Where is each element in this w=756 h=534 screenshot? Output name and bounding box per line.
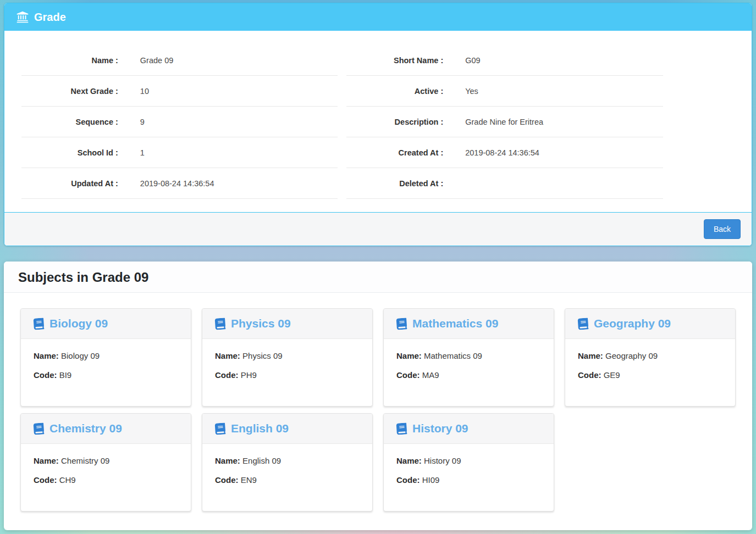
subject-title-link[interactable]: English 09 [231, 422, 289, 435]
subject-code-value: CH9 [59, 475, 76, 485]
field-value: 2019-08-24 14:36:54 [451, 148, 539, 157]
field-label: Description : [346, 118, 451, 126]
subjects-panel: Subjects in Grade 09 Biology 09 Name: Bi… [4, 262, 752, 530]
name-label: Name: [396, 456, 422, 465]
subject-card-header: Physics 09 [202, 309, 372, 339]
subject-card-header: Mathematics 09 [384, 309, 554, 339]
subject-name-line: Name: Mathematics 09 [396, 351, 541, 360]
field-value: G09 [451, 56, 480, 65]
subject-card-biology: Biology 09 Name: Biology 09 Code: BI9 [20, 308, 191, 407]
subject-name-line: Name: Biology 09 [34, 351, 178, 360]
field-label: Deleted At : [346, 179, 451, 188]
subject-title-link[interactable]: Chemistry 09 [49, 422, 122, 435]
subject-card-body: Name: History 09 Code: HI09 [384, 444, 554, 507]
grade-panel-title: Grade [34, 11, 66, 24]
book-icon [577, 318, 589, 330]
subject-card-body: Name: Physics 09 Code: PH9 [202, 339, 372, 402]
subject-name-value: English 09 [242, 456, 281, 465]
book-icon [214, 422, 226, 435]
grade-panel-body: Name : Grade 09 Next Grade : 10 Sequence… [4, 31, 752, 212]
subject-title-link[interactable]: Biology 09 [49, 317, 108, 330]
subject-code-value: BI9 [59, 370, 72, 380]
field-value: 9 [126, 118, 145, 126]
field-label: Name : [21, 56, 126, 65]
subject-name-line: Name: Physics 09 [215, 351, 360, 360]
subjects-panel-title: Subjects in Grade 09 [4, 262, 752, 293]
subject-name-value: Geography 09 [605, 351, 658, 360]
back-button[interactable]: Back [704, 219, 741, 239]
subject-title-link[interactable]: History 09 [412, 422, 468, 435]
subject-title-link[interactable]: Physics 09 [231, 317, 291, 330]
subject-card-header: Geography 09 [565, 309, 735, 339]
field-value: 1 [126, 148, 145, 157]
field-label: Created At : [346, 148, 451, 157]
field-value: 2019-08-24 14:36:54 [126, 179, 214, 188]
field-row: School Id : 1 [21, 137, 338, 168]
grade-panel-header: Grade [4, 3, 752, 31]
book-icon [32, 318, 45, 330]
subject-title-link[interactable]: Mathematics 09 [412, 317, 498, 330]
field-value: Yes [451, 87, 478, 96]
subject-card-body: Name: Mathematics 09 Code: MA9 [384, 339, 554, 402]
name-label: Name: [34, 456, 59, 465]
grade-fields-left: Name : Grade 09 Next Grade : 10 Sequence… [21, 45, 338, 199]
institution-icon [16, 11, 29, 23]
subjects-grid: Biology 09 Name: Biology 09 Code: BI9 Ph… [4, 293, 752, 530]
subject-card-body: Name: Biology 09 Code: BI9 [21, 339, 191, 402]
code-label: Code: [396, 370, 420, 380]
grade-panel-footer: Back [4, 212, 752, 246]
book-icon [214, 318, 226, 330]
name-label: Name: [215, 351, 240, 360]
field-row: Short Name : G09 [346, 45, 663, 76]
subject-card-physics: Physics 09 Name: Physics 09 Code: PH9 [202, 308, 373, 407]
subject-name-line: Name: English 09 [215, 456, 360, 465]
subject-code-line: Code: EN9 [215, 475, 360, 485]
subject-card-body: Name: Geography 09 Code: GE9 [565, 339, 735, 402]
field-label: Short Name : [346, 56, 451, 65]
field-value: Grade 09 [126, 56, 173, 65]
subject-code-value: GE9 [604, 370, 620, 380]
code-label: Code: [215, 370, 239, 380]
subject-title-link[interactable]: Geography 09 [594, 317, 671, 330]
field-row: Deleted At : [346, 168, 663, 199]
field-row: Sequence : 9 [21, 107, 338, 137]
subject-code-line: Code: CH9 [34, 475, 178, 485]
subject-name-value: Physics 09 [242, 351, 283, 360]
field-row: Created At : 2019-08-24 14:36:54 [346, 137, 663, 168]
field-label: Sequence : [21, 118, 126, 126]
subject-name-value: Chemistry 09 [61, 456, 109, 465]
grade-fields-right: Short Name : G09 Active : Yes Descriptio… [346, 45, 663, 199]
subject-code-value: PH9 [241, 370, 257, 380]
subject-card-english: English 09 Name: English 09 Code: EN9 [202, 413, 373, 511]
field-row: Updated At : 2019-08-24 14:36:54 [21, 168, 338, 199]
field-label: Updated At : [21, 179, 126, 188]
field-value: Grade Nine for Eritrea [451, 118, 543, 126]
subject-name-line: Name: Chemistry 09 [34, 456, 178, 465]
subject-code-line: Code: GE9 [578, 370, 722, 380]
subject-card-header: Chemistry 09 [21, 414, 191, 444]
subject-name-line: Name: History 09 [396, 456, 541, 465]
subject-card-header: Biology 09 [21, 309, 191, 339]
book-icon [32, 422, 45, 435]
subject-name-value: History 09 [424, 456, 461, 465]
subject-card-body: Name: Chemistry 09 Code: CH9 [21, 444, 191, 507]
subject-card-history: History 09 Name: History 09 Code: HI09 [383, 413, 554, 511]
field-label: Active : [346, 87, 451, 96]
name-label: Name: [215, 456, 240, 465]
subject-code-value: EN9 [241, 475, 257, 485]
subject-card-header: English 09 [202, 414, 372, 444]
code-label: Code: [578, 370, 602, 380]
subject-name-value: Mathematics 09 [424, 351, 482, 360]
field-label: Next Grade : [21, 87, 126, 96]
subject-card-geography: Geography 09 Name: Geography 09 Code: GE… [565, 308, 736, 407]
subject-code-value: MA9 [422, 370, 439, 380]
subject-name-line: Name: Geography 09 [578, 351, 722, 360]
code-label: Code: [396, 475, 420, 485]
subject-name-value: Biology 09 [61, 351, 100, 360]
subject-card-body: Name: English 09 Code: EN9 [202, 444, 372, 507]
field-row: Description : Grade Nine for Eritrea [346, 107, 663, 137]
subject-code-line: Code: BI9 [34, 370, 178, 380]
field-row: Next Grade : 10 [21, 76, 338, 107]
subject-code-line: Code: MA9 [396, 370, 541, 380]
code-label: Code: [215, 475, 239, 485]
